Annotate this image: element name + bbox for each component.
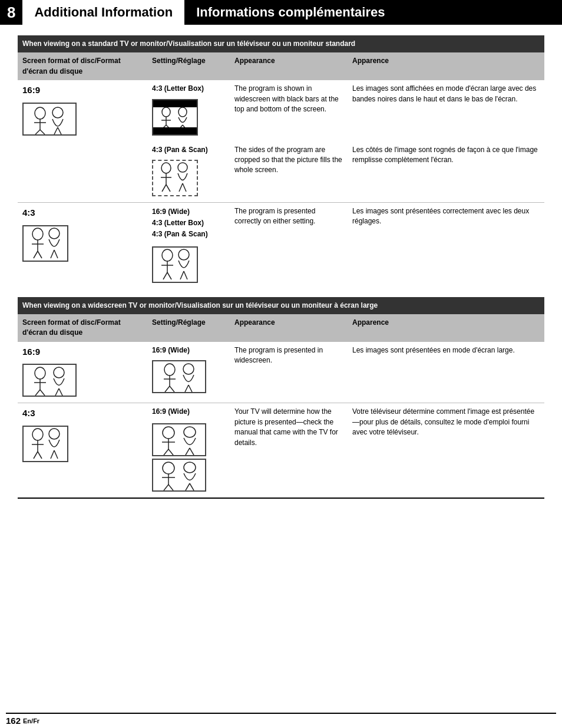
appearance-43-std-en: The program is presented correctly on ei… [230, 202, 348, 288]
tv-169-wide-illustration [22, 364, 77, 397]
svg-point-48 [164, 364, 175, 375]
bottom-border-row [18, 498, 544, 499]
tv-43-setting-illustration [152, 246, 198, 283]
section1-bar: When viewing on a standard TV or monitor… [18, 35, 544, 52]
format-169-wide: 16:9 [18, 342, 147, 403]
col-header-setting: Setting/Réglage [147, 52, 230, 80]
svg-point-64 [163, 427, 174, 439]
appearance-letterbox-fr: Les images sont affichées en mode d'écra… [348, 80, 544, 141]
appearance-panscan-fr: Les côtés de l'image sont rognés de faço… [348, 141, 544, 203]
svg-line-47 [59, 388, 62, 396]
svg-line-67 [164, 449, 168, 455]
svg-line-7 [58, 127, 61, 134]
page-number: 162 [6, 716, 21, 726]
svg-point-0 [35, 107, 45, 119]
svg-point-56 [32, 429, 43, 440]
tv-43-wide-setting-top [152, 423, 206, 456]
svg-point-53 [183, 364, 194, 374]
tv-illustration-169-std [22, 103, 77, 136]
svg-line-30 [51, 250, 54, 258]
col2-header-setting: Setting/Réglage [147, 314, 230, 342]
svg-line-70 [186, 448, 190, 455]
setting-43-wide: 16:9 (Wide) [147, 403, 230, 498]
section2-row-169: 16:9 [18, 342, 544, 403]
tv-wide-setting-illustration [152, 360, 206, 393]
svg-line-39 [184, 271, 187, 279]
page-header: 8 Additional Information Informations co… [0, 0, 562, 25]
svg-line-23 [183, 183, 186, 192]
appearance-169-wide-en: The program is presented in widescreen. [230, 342, 348, 403]
svg-line-68 [168, 449, 173, 455]
col-header-appearance-fr: Apparence [348, 52, 544, 80]
std43-wide-people-svg [24, 427, 67, 461]
section2-table: When viewing on a widescreen TV or monit… [18, 297, 544, 499]
setting-letterbox: 4:3 (Letter Box) [147, 80, 230, 141]
col-header-format: Screen format of disc/Format d'écran du … [18, 52, 147, 80]
appearance-43-std-fr: Les images sont présentées correctement … [348, 202, 544, 288]
svg-point-8 [162, 107, 170, 117]
section1-row-43: 4:3 [18, 202, 544, 288]
setting-169-wide: 16:9 (Wide) [147, 342, 230, 403]
col2-header-appearance-en: Appearance [230, 314, 348, 342]
svg-line-28 [38, 251, 42, 258]
svg-point-29 [49, 228, 59, 239]
svg-point-21 [178, 163, 187, 172]
svg-line-59 [34, 452, 38, 459]
svg-line-62 [51, 450, 54, 459]
section1-bar-row: When viewing on a standard TV or monitor… [18, 35, 544, 52]
svg-line-52 [170, 386, 174, 392]
svg-line-19 [162, 185, 166, 192]
wide2-top-people-svg [153, 424, 205, 455]
letterbox-people-svg [153, 106, 197, 129]
std-setting-people-svg [153, 248, 197, 282]
svg-line-22 [179, 183, 183, 192]
svg-line-78 [186, 483, 190, 490]
svg-line-4 [40, 130, 45, 134]
tv-43-wide-illustration [22, 426, 68, 462]
svg-line-76 [168, 485, 173, 490]
panscan-people-svg [153, 161, 197, 195]
svg-line-44 [40, 390, 45, 396]
appearance-169-wide-fr: Les images sont présentées en mode d'écr… [348, 342, 544, 403]
format-43-std: 4:3 [18, 202, 147, 288]
svg-line-51 [165, 386, 170, 392]
section1-col-header-row: Screen format of disc/Format d'écran du … [18, 52, 544, 80]
format-169-std: 16:9 [18, 80, 147, 202]
tv-letterbox-illustration [152, 99, 198, 136]
svg-line-79 [190, 483, 194, 490]
title-english: Additional Information [22, 0, 184, 25]
people-wide-svg [24, 104, 75, 134]
svg-line-54 [185, 385, 189, 392]
svg-line-35 [163, 272, 167, 279]
svg-point-69 [184, 427, 196, 437]
svg-line-75 [164, 485, 168, 490]
svg-point-72 [163, 462, 174, 474]
tv-panscan-illustration [152, 160, 198, 196]
svg-line-27 [34, 251, 38, 258]
section2-col-header-row: Screen format of disc/Format d'écran du … [18, 314, 544, 342]
svg-point-24 [32, 228, 43, 240]
section1-row-169-letterbox: 16:9 [18, 80, 544, 141]
page-footer: 162 En/Fr [0, 710, 562, 728]
wide-setting-people-svg [153, 361, 205, 392]
svg-line-60 [38, 452, 42, 459]
svg-point-5 [52, 107, 63, 118]
appearance-letterbox-en: The program is shown in widescreen with … [230, 80, 348, 141]
setting-43-multi: 16:9 (Wide) 4:3 (Letter Box) 4:3 (Pan & … [147, 202, 230, 288]
svg-point-13 [178, 107, 187, 117]
svg-line-31 [54, 250, 58, 258]
setting-panscan: 4:3 (Pan & Scan) [147, 141, 230, 203]
col2-header-appearance-fr: Apparence [348, 314, 544, 342]
format-43-wide: 4:3 [18, 403, 147, 498]
svg-line-20 [166, 185, 170, 192]
appearance-43-wide-fr: Votre téléviseur détermine comment l'ima… [348, 403, 544, 498]
section2-bar: When viewing on a widescreen TV or monit… [18, 297, 544, 314]
svg-line-6 [54, 127, 58, 134]
language-indicator: En/Fr [23, 717, 39, 724]
svg-line-63 [54, 450, 58, 459]
svg-point-45 [54, 367, 64, 378]
section2-bar-row: When viewing on a widescreen TV or monit… [18, 297, 544, 314]
svg-point-32 [162, 249, 173, 261]
svg-line-38 [180, 271, 184, 279]
svg-line-55 [189, 385, 192, 392]
